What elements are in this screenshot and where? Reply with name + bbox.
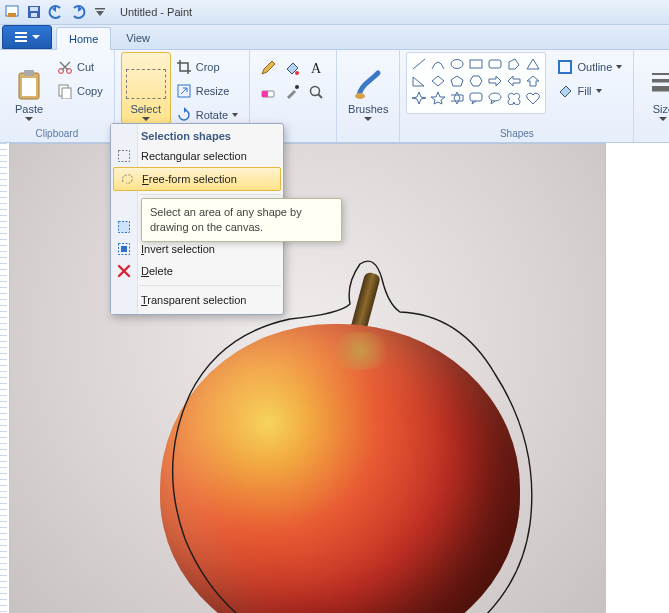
menu-separator [139,285,281,286]
resize-icon [176,83,192,99]
paint-app-icon[interactable] [2,2,22,22]
shape-hexagon[interactable] [467,73,485,89]
menu-header-selection-shapes: Selection shapes [111,127,283,145]
freeform-select-icon [119,171,135,187]
menu-item-freeform-selection[interactable]: Free-form selection [113,167,281,191]
shape-polygon[interactable] [505,56,523,72]
chevron-down-icon [232,113,238,117]
rectangular-select-icon [116,148,132,164]
tab-view[interactable]: View [113,26,163,49]
select-button[interactable]: Select [121,52,171,124]
svg-rect-6 [15,32,27,34]
shape-triangle[interactable] [524,56,542,72]
svg-point-21 [295,85,299,89]
shape-curve[interactable] [429,56,447,72]
text-tool[interactable]: A [304,56,328,80]
crop-button[interactable]: Crop [171,56,243,78]
copy-label: Copy [77,85,103,97]
resize-button[interactable]: Resize [171,80,243,102]
shape-fill-button[interactable]: Fill [552,80,627,102]
image-content [160,324,520,613]
shape-callout-oval[interactable] [486,90,504,106]
size-icon [649,69,669,101]
cut-button[interactable]: Cut [52,56,108,78]
qat-customize-icon[interactable] [90,2,110,22]
shape-callout-cloud[interactable] [505,90,523,106]
shape-line[interactable] [410,56,428,72]
pencil-tool[interactable] [256,56,280,80]
fill-icon [557,83,573,99]
size-button[interactable]: Size [640,52,669,124]
shape-heart[interactable] [524,90,542,106]
tab-home[interactable]: Home [56,27,111,50]
outline-icon [557,59,573,75]
cut-label: Cut [77,61,94,73]
select-label: Select [130,103,161,115]
menu-item-label: Free-form selection [142,173,237,185]
chevron-down-icon [32,35,40,39]
shape-arrow-right[interactable] [486,73,504,89]
svg-rect-3 [30,7,38,11]
tooltip-text: Select an area of any shape by drawing o… [150,206,302,233]
shape-arrow-up[interactable] [524,73,542,89]
undo-icon[interactable] [46,2,66,22]
svg-text:A: A [311,61,322,76]
group-label-clipboard: Clipboard [35,126,78,140]
chevron-down-icon [364,117,372,121]
shape-diamond[interactable] [429,73,447,89]
shapes-gallery[interactable] [406,52,546,114]
crop-label: Crop [196,61,220,73]
group-size: Size [634,50,669,142]
file-tab[interactable] [2,25,52,49]
shape-star4[interactable] [410,90,428,106]
checkbox-unchecked-icon [116,292,132,308]
copy-button[interactable]: Copy [52,80,108,102]
menu-item-transparent-selection[interactable]: Transparent selection [111,289,283,311]
svg-rect-20 [262,91,268,97]
save-icon[interactable] [24,2,44,22]
shape-star6[interactable] [448,90,466,106]
shape-callout-rounded[interactable] [467,90,485,106]
tooltip: Select an area of any shape by drawing o… [141,198,342,242]
shape-rectangle[interactable] [467,56,485,72]
eraser-tool[interactable] [256,80,280,104]
title-bar: Untitled - Paint [0,0,669,25]
svg-rect-11 [22,78,36,96]
svg-rect-10 [24,70,34,76]
svg-rect-32 [652,86,669,92]
paste-button[interactable]: Paste [6,52,52,124]
svg-rect-27 [470,93,482,101]
group-clipboard: Paste Cut Copy Clipboard [0,50,115,142]
menu-item-label: Transparent selection [141,294,246,306]
delete-icon [116,263,132,279]
clipboard-icon [15,69,43,101]
shape-outline-button[interactable]: Outline [552,56,627,78]
scissors-icon [57,59,73,75]
fill-tool[interactable] [280,56,304,80]
shape-arrow-left[interactable] [505,73,523,89]
shape-right-triangle[interactable] [410,73,428,89]
redo-icon[interactable] [68,2,88,22]
size-label: Size [653,103,669,115]
menu-item-rectangular-selection[interactable]: Rectangular selection [111,145,283,167]
ribbon-tab-strip: Home View [0,25,669,50]
outline-label: Outline [577,61,612,73]
window-title: Untitled - Paint [120,6,192,18]
chevron-down-icon [25,117,33,121]
svg-point-28 [489,93,501,101]
shape-oval[interactable] [448,56,466,72]
shape-rounded-rect[interactable] [486,56,504,72]
svg-rect-5 [95,8,105,10]
rotate-icon [176,107,192,123]
paste-label: Paste [15,103,43,115]
canvas-area: Selection shapes Rectangular selection F… [0,143,669,613]
svg-point-24 [451,60,463,69]
menu-item-label: Invert selection [141,243,215,255]
shape-pentagon[interactable] [448,73,466,89]
brushes-button[interactable]: Brushes [343,52,393,124]
fill-label: Fill [577,85,591,97]
menu-item-delete[interactable]: Delete [111,260,283,282]
magnifier-tool[interactable] [304,80,328,104]
shape-star5[interactable] [429,90,447,106]
color-picker-tool[interactable] [280,80,304,104]
